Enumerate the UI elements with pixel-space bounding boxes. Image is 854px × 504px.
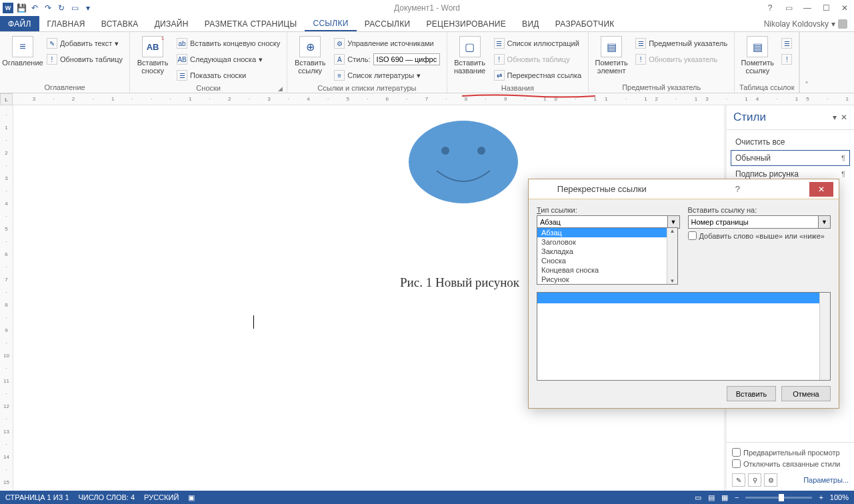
tab-review[interactable]: РЕЦЕНЗИРОВАНИЕ	[418, 16, 514, 31]
user-dropdown-icon: ▾	[831, 19, 835, 29]
tab-developer[interactable]: РАЗРАБОТЧИК	[547, 16, 623, 31]
maximize-icon[interactable]: ☐	[819, 3, 833, 13]
cancel-button[interactable]: Отмена	[781, 386, 831, 401]
styles-options-link[interactable]: Параметры...	[803, 476, 849, 484]
citation-style-input[interactable]	[373, 53, 440, 65]
reference-type-dropdown-button[interactable]: ▼	[668, 215, 680, 229]
bibliography-button[interactable]: ≡Список литературы▾	[331, 68, 442, 83]
tab-home[interactable]: ГЛАВНАЯ	[39, 16, 93, 31]
mark-citation-icon: ▤	[747, 36, 768, 57]
help-icon[interactable]: ?	[763, 3, 777, 13]
dropdown-option[interactable]: Абзац	[537, 228, 677, 237]
web-layout-icon[interactable]: ▦	[721, 493, 728, 502]
insert-endnote-button[interactable]: abВставить концевую сноску	[174, 36, 283, 51]
insert-toa-button[interactable]: ☰	[779, 36, 795, 51]
cross-reference-dialog: Перекрестные ссылки ? ✕ Тип ссылки: ▼ Вс…	[528, 179, 839, 409]
footnotes-launcher-icon[interactable]: ◢	[278, 85, 283, 92]
dialog-help-icon[interactable]: ?	[670, 184, 806, 194]
dropdown-scrollbar[interactable]	[667, 228, 677, 284]
dropdown-option[interactable]: Заголовок	[537, 237, 677, 247]
cross-reference-button[interactable]: ⇄Перекрестная ссылка	[491, 68, 585, 83]
repeat-icon[interactable]: ↻	[56, 3, 67, 13]
ruler-vertical[interactable]: ·1·2·3·4·5·6·7·8·9·10·11·12·13·14·15	[0, 105, 13, 491]
style-inspector-icon[interactable]: ⚲	[748, 473, 761, 487]
toc-button[interactable]: ≡ Оглавление	[4, 33, 41, 67]
ribbon-collapse-icon[interactable]: ˄	[799, 32, 813, 93]
word-count[interactable]: ЧИСЛО СЛОВ: 4	[79, 493, 135, 501]
toc-icon: ≡	[12, 36, 33, 57]
insert-citation-button[interactable]: ⊕ Вставить ссылку	[291, 33, 329, 75]
update-toc-button[interactable]: !Обновить таблицу	[44, 52, 125, 67]
macro-recording-icon[interactable]: ▣	[188, 493, 195, 502]
save-icon[interactable]: 💾	[16, 3, 27, 13]
for-which-listbox[interactable]	[537, 292, 831, 381]
qat-dropdown-icon[interactable]: ▾	[83, 3, 93, 13]
zoom-out-icon[interactable]: −	[735, 493, 739, 501]
pane-options-icon[interactable]: ▾	[833, 113, 837, 122]
ribbon-tabs: ФАЙЛ ГЛАВНАЯ ВСТАВКА ДИЗАЙН РАЗМЕТКА СТР…	[0, 16, 854, 32]
preview-checkbox[interactable]: Предварительный просмотр	[732, 447, 849, 458]
mark-citation-button[interactable]: ▤ Пометить ссылку	[739, 33, 776, 75]
manage-styles-icon[interactable]: ⚙	[764, 473, 777, 487]
pane-close-icon[interactable]: ✕	[841, 113, 847, 122]
tab-layout[interactable]: РАЗМЕТКА СТРАНИЦЫ	[197, 16, 305, 31]
language-indicator[interactable]: РУССКИЙ	[144, 493, 179, 501]
insert-footnote-button[interactable]: AB 1 Вставить сноску	[134, 33, 171, 75]
dropdown-option[interactable]: Сноска	[537, 256, 677, 265]
user-account[interactable]: Nikolay Koldovsky ▾	[757, 16, 854, 31]
new-style-icon[interactable]: ✎	[732, 473, 745, 487]
mark-entry-button[interactable]: ▤ Пометить элемент	[593, 33, 630, 75]
list-item[interactable]	[537, 293, 830, 303]
undo-icon[interactable]: ↶	[29, 3, 40, 13]
smiley-shape[interactable]	[407, 119, 520, 205]
tab-insert[interactable]: ВСТАВКА	[93, 16, 147, 31]
close-icon[interactable]: ✕	[838, 3, 851, 13]
table-of-figures-button[interactable]: ☰Список иллюстраций	[491, 36, 585, 51]
read-mode-icon[interactable]: ▭	[695, 493, 701, 502]
tab-design[interactable]: ДИЗАЙН	[147, 16, 197, 31]
tab-mailings[interactable]: РАССЫЛКИ	[357, 16, 419, 31]
show-notes-button[interactable]: ☰Показать сноски	[174, 68, 283, 83]
insert-reference-to-combo[interactable]	[688, 215, 819, 229]
manage-sources-button[interactable]: ⚙Управление источниками	[331, 36, 442, 51]
add-text-button[interactable]: ✎Добавить текст▾	[44, 36, 125, 51]
group-footnotes: AB 1 Вставить сноску abВставить концевую…	[130, 32, 287, 93]
dropdown-option[interactable]: Концевая сноска	[537, 265, 677, 275]
tab-file[interactable]: ФАЙЛ	[0, 16, 39, 31]
figure-caption[interactable]: Рис. 1 Новый рисунок	[400, 275, 519, 290]
ribbon-display-icon[interactable]: ▭	[782, 3, 795, 13]
citation-style[interactable]: A Стиль:	[331, 52, 442, 67]
zoom-in-icon[interactable]: +	[819, 493, 823, 501]
tab-references[interactable]: ССЫЛКИ	[305, 16, 356, 31]
insert-reference-dropdown-button[interactable]: ▼	[819, 215, 831, 229]
tab-view[interactable]: ВИД	[514, 16, 547, 31]
page-indicator[interactable]: СТРАНИЦА 1 ИЗ 1	[5, 493, 69, 501]
dialog-close-button[interactable]: ✕	[809, 182, 833, 197]
insert-button[interactable]: Вставить	[727, 386, 776, 401]
style-clear-all[interactable]: Очистить все	[731, 134, 850, 150]
ruler-horizontal[interactable]: 3 · 2 · 1 · · · 1 · 2 · 3 · 4 · 5 · 6 · …	[13, 93, 854, 105]
update-toa-button[interactable]: !	[779, 52, 795, 67]
dropdown-option[interactable]: Закладка	[537, 247, 677, 256]
minimize-icon[interactable]: —	[801, 3, 814, 13]
touch-icon[interactable]: ▭	[69, 3, 80, 13]
show-notes-icon: ☰	[177, 70, 187, 81]
update-index-button[interactable]: !Обновить указатель	[633, 52, 730, 67]
insert-index-button[interactable]: ☰Предметный указатель	[633, 36, 730, 51]
quick-access-toolbar: W 💾 ↶ ↷ ↻ ▭ ▾	[3, 3, 93, 13]
print-layout-icon[interactable]: ▤	[708, 493, 715, 502]
redo-icon[interactable]: ↷	[43, 3, 53, 13]
insert-caption-button[interactable]: ▢ Вставить название	[451, 33, 489, 75]
next-footnote-button[interactable]: ABСледующая сноска▾	[174, 52, 283, 67]
styles-pane-footer: Предварительный просмотр Отключить связа…	[727, 442, 854, 491]
dropdown-option[interactable]: Рисунок	[537, 275, 677, 284]
reference-type-combo[interactable]	[537, 215, 668, 229]
above-below-checkbox[interactable]: Добавить слово «выше» или «ниже»	[688, 229, 831, 243]
add-text-icon: ✎	[47, 38, 57, 49]
zoom-level[interactable]: 100%	[830, 493, 849, 501]
update-figures-button[interactable]: !Обновить таблицу	[491, 52, 585, 67]
listbox-scrollbar[interactable]	[819, 293, 830, 380]
zoom-slider[interactable]	[745, 497, 812, 499]
style-item[interactable]: Обычный¶	[731, 150, 850, 166]
disable-linked-checkbox[interactable]: Отключить связанные стили	[732, 458, 849, 469]
